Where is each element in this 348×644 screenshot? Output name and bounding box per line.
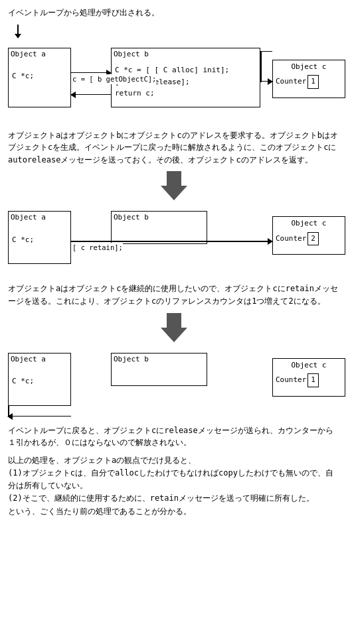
- object-b-box-3: Object b: [111, 353, 207, 386]
- summary-block: 以上の処理を、オブジェクトaの観点でだけ見ると、 (1)オブジェクトcは、自分で…: [8, 454, 340, 518]
- object-b-box-2: Object b: [111, 211, 207, 244]
- object-c-counter-2: Counter 2: [273, 231, 345, 247]
- object-a-content-3: C *c;: [9, 375, 70, 389]
- counter-value-3: 1: [307, 373, 319, 387]
- diagram2: Object a C *c; Object b Object c Counter…: [8, 204, 340, 277]
- object-c-box-3: Object c Counter 1: [272, 358, 345, 397]
- object-a-box-1: Object a C *c;: [8, 48, 71, 107]
- object-a-content-2: C *c;: [9, 233, 70, 247]
- summary-intro: 以上の処理を、オブジェクトaの観点でだけ見ると、: [8, 454, 340, 467]
- object-a-content-1: C *c;: [9, 70, 70, 84]
- text-block-3: イベントループに戻ると、オブジェクトcにreleaseメッセージが送られ、カウン…: [8, 424, 340, 449]
- counter-value-1: 1: [307, 75, 319, 89]
- counter-value-2: 2: [307, 232, 319, 246]
- diagram1: Object a C *c; Object b C *c = [ [ C all…: [8, 41, 340, 124]
- object-a-box-3: Object a C *c;: [8, 353, 71, 406]
- object-c-box-2: Object c Counter 2: [272, 216, 345, 255]
- text-block-1: オブジェクトaはオブジェクトbにオブジェクトcのアドレスを要求する。オブジェクト…: [8, 129, 340, 166]
- arrow-return-3: [8, 416, 71, 417]
- object-c-title-3: Object c: [273, 359, 345, 373]
- object-a-title-2: Object a: [9, 212, 70, 224]
- object-c-counter-1: Counter 1: [273, 74, 345, 90]
- object-c-box-1: Object c Counter 1: [272, 60, 345, 98]
- arrow-a-to-c-2: [71, 241, 272, 242]
- summary-point1: (1)オブジェクトcは、自分でallocしたわけでもなければcopyしたわけでも…: [8, 467, 340, 492]
- intro-arrow: [17, 25, 340, 38]
- vert-return-3: [8, 406, 9, 417]
- diagram3: Object a C *c; Object b Object c Counter…: [8, 346, 340, 419]
- arrow-b-to-c-1: [260, 81, 272, 82]
- object-a-title-3: Object a: [9, 354, 70, 366]
- arrow-a-to-b-label-1: c = [ b getObjectC];: [72, 74, 156, 85]
- arrow-b-to-a-1: [71, 94, 111, 96]
- big-arrow-2: [8, 313, 340, 342]
- big-arrow-1: [8, 171, 340, 200]
- summary-point2: (2)そこで、継続的に使用するために、retainメッセージを送って明確に所有し…: [8, 492, 340, 505]
- object-c-counter-3: Counter 1: [273, 372, 345, 389]
- object-b-title-3: Object b: [112, 354, 207, 366]
- intro-text: イベントループから処理が呼び出される。: [8, 7, 340, 19]
- vert-b-c-1: [260, 51, 262, 82]
- object-b-title-1: Object b: [112, 48, 260, 61]
- object-b-title-2: Object b: [112, 212, 207, 224]
- object-a-title-1: Object a: [9, 48, 70, 61]
- object-c-title-2: Object c: [273, 217, 345, 231]
- arrow-a-to-b-1: [71, 72, 111, 74]
- intro-section: イベントループから処理が呼び出される。: [8, 7, 340, 38]
- object-a-box-2: Object a C *c;: [8, 211, 71, 264]
- text-block-2: オブジェクトaはオブジェクトcを継続的に使用したいので、オブジェクトcにreta…: [8, 283, 340, 307]
- object-c-title-1: Object c: [273, 60, 345, 74]
- summary-conclusion: という、ごく当たり前の処理であることが分かる。: [8, 505, 340, 518]
- horiz-b-top: [260, 51, 272, 52]
- arrow-a-to-c-label-2: [ c retain];: [72, 243, 123, 253]
